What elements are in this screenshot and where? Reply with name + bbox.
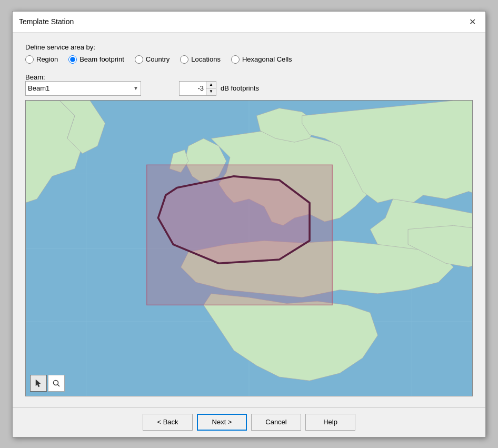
beam-controls: Beam1 ▼ ▲ ▼ dB footprints (25, 81, 473, 96)
spinner-buttons: ▲ ▼ (206, 82, 216, 95)
svg-line-10 (58, 384, 60, 386)
hexagonal-cells-radio[interactable] (231, 55, 240, 64)
locations-label: Locations (191, 55, 221, 63)
country-label: Country (146, 55, 170, 63)
beam-selected-value: Beam1 (28, 84, 49, 92)
db-section: ▲ ▼ dB footprints (179, 81, 259, 96)
country-radio[interactable] (135, 55, 143, 64)
db-label: dB footprints (221, 84, 259, 92)
title-bar: Template Station ✕ (13, 12, 485, 33)
search-icon (52, 379, 61, 387)
cursor-tool-button[interactable] (30, 375, 47, 392)
map-container[interactable] (25, 100, 473, 396)
db-input-wrap: ▲ ▼ (179, 81, 216, 96)
beam-footprint-label: Beam footprint (79, 55, 124, 63)
dropdown-arrow-icon: ▼ (133, 85, 138, 91)
locations-radio[interactable] (180, 55, 188, 64)
spinner-up-button[interactable]: ▲ (206, 82, 216, 88)
map-toolbar (30, 375, 65, 392)
hexagonal-cells-option[interactable]: Hexagonal Cells (231, 55, 292, 64)
dialog-footer: < Back Next > Cancel Help (13, 407, 485, 437)
zoom-tool-button[interactable] (48, 375, 65, 392)
region-radio[interactable] (25, 55, 34, 64)
beam-footprint-radio[interactable] (68, 55, 77, 64)
cursor-icon (34, 379, 43, 387)
beam-label: Beam: (25, 73, 473, 81)
dialog-content: Define service area by: Region Beam foot… (13, 33, 485, 407)
db-value-input[interactable] (180, 82, 206, 95)
close-button[interactable]: ✕ (466, 16, 479, 28)
service-area-options: Region Beam footprint Country Locations … (25, 55, 473, 64)
beam-section: Beam: Beam1 ▼ ▲ ▼ dB footprints (25, 73, 473, 96)
region-option[interactable]: Region (25, 55, 58, 64)
map-svg (26, 101, 472, 396)
dialog-title: Template Station (19, 17, 74, 26)
help-button[interactable]: Help (305, 414, 355, 431)
template-station-dialog: Template Station ✕ Define service area b… (12, 11, 486, 437)
back-button[interactable]: < Back (143, 414, 193, 431)
country-option[interactable]: Country (135, 55, 170, 64)
locations-option[interactable]: Locations (180, 55, 221, 64)
hexagonal-cells-label: Hexagonal Cells (242, 55, 292, 63)
region-label: Region (36, 55, 58, 63)
beam-dropdown[interactable]: Beam1 ▼ (25, 81, 141, 96)
beam-footprint-option[interactable]: Beam footprint (68, 55, 124, 64)
next-button[interactable]: Next > (197, 414, 247, 431)
spinner-down-button[interactable]: ▼ (206, 88, 216, 95)
define-service-area-label: Define service area by: (25, 43, 473, 51)
cancel-button[interactable]: Cancel (251, 414, 301, 431)
svg-point-9 (54, 380, 58, 385)
